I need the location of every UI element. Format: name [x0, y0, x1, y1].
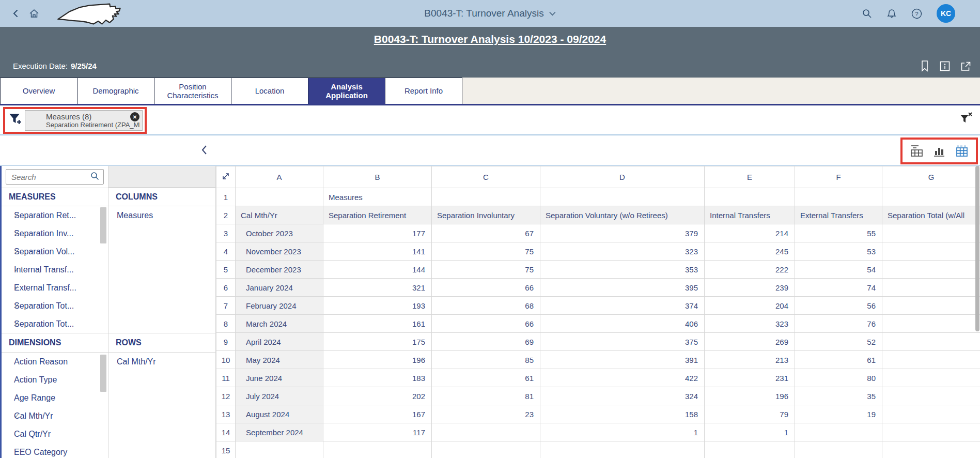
value-cell[interactable] — [882, 315, 980, 333]
add-filter-icon[interactable] — [8, 112, 22, 129]
value-cell[interactable]: 204 — [705, 297, 795, 315]
tab-overview[interactable]: Overview — [0, 78, 77, 104]
value-cell[interactable]: 196 — [705, 387, 795, 405]
value-cell[interactable] — [882, 387, 980, 405]
dimension-item[interactable]: ✓Cal Mth/Yr — [2, 407, 108, 425]
value-cell[interactable]: 395 — [540, 279, 705, 297]
collapse-builder-panel-button[interactable] — [200, 144, 208, 158]
row-number[interactable]: 7 — [216, 297, 236, 315]
measure-item[interactable]: ✓Separation Inv... — [2, 224, 108, 242]
value-cell[interactable]: 175 — [323, 333, 432, 351]
swap-axes-corner-icon[interactable] — [216, 166, 236, 188]
value-cell[interactable]: 167 — [323, 405, 432, 423]
value-cell[interactable] — [882, 351, 980, 369]
value-cell[interactable]: 222 — [705, 261, 795, 279]
filter-chip-close-icon[interactable]: ✕ — [130, 112, 139, 121]
column-header-f[interactable]: F — [795, 166, 882, 188]
value-cell[interactable] — [432, 441, 540, 458]
value-cell[interactable]: 67 — [432, 224, 540, 242]
value-cell[interactable]: 1 — [705, 423, 795, 441]
month-cell[interactable]: July 2024 — [236, 387, 323, 405]
tab-demographic[interactable]: Demographic — [77, 78, 154, 104]
value-cell[interactable]: 55 — [795, 224, 882, 242]
measure-item[interactable]: ✓Separation Vol... — [2, 242, 108, 261]
value-cell[interactable]: 183 — [323, 369, 432, 387]
value-cell[interactable]: 61 — [432, 369, 540, 387]
value-cell[interactable]: 53 — [795, 242, 882, 261]
row-number[interactable]: 10 — [216, 351, 236, 369]
row-number[interactable]: 1 — [216, 188, 236, 206]
value-cell[interactable] — [882, 369, 980, 387]
value-cell[interactable]: 54 — [795, 261, 882, 279]
notifications-icon[interactable] — [886, 8, 897, 19]
value-cell[interactable]: 75 — [432, 261, 540, 279]
month-cell[interactable]: February 2024 — [236, 297, 323, 315]
value-cell[interactable]: 213 — [705, 351, 795, 369]
row-number[interactable]: 6 — [216, 279, 236, 297]
row-number[interactable]: 13 — [216, 405, 236, 423]
value-cell[interactable]: 375 — [540, 333, 705, 351]
info-icon[interactable] — [939, 60, 951, 72]
month-cell[interactable]: May 2024 — [236, 351, 323, 369]
tab-report-info[interactable]: Report Info — [385, 78, 462, 104]
value-cell[interactable] — [882, 279, 980, 297]
value-cell[interactable]: 117 — [323, 423, 432, 441]
row-number[interactable]: 3 — [216, 224, 236, 242]
month-cell[interactable]: January 2024 — [236, 279, 323, 297]
value-cell[interactable]: 324 — [540, 387, 705, 405]
value-cell[interactable]: 35 — [795, 387, 882, 405]
month-cell[interactable]: December 2023 — [236, 261, 323, 279]
table-view-icon-active[interactable] — [954, 143, 970, 159]
rows-axis-item[interactable]: Cal Mth/Yr — [108, 353, 215, 371]
measure-item[interactable]: ✓Separation Tot... — [2, 315, 108, 333]
value-cell[interactable] — [432, 423, 540, 441]
value-cell[interactable] — [882, 242, 980, 261]
dimension-item[interactable]: EEO Category — [2, 443, 108, 458]
row-number[interactable]: 8 — [216, 315, 236, 333]
month-cell[interactable]: September 2024 — [236, 423, 323, 441]
tab-analysis-application[interactable]: Analysis Application — [308, 78, 385, 104]
home-button[interactable] — [29, 8, 39, 19]
value-cell[interactable]: 379 — [540, 224, 705, 242]
value-cell[interactable] — [882, 405, 980, 423]
value-cell[interactable] — [882, 297, 980, 315]
month-cell[interactable]: August 2024 — [236, 405, 323, 423]
search-magnifier-icon[interactable] — [90, 172, 103, 182]
value-cell[interactable]: 66 — [432, 279, 540, 297]
table-cell[interactable] — [882, 188, 980, 206]
value-cell[interactable]: 406 — [540, 315, 705, 333]
value-cell[interactable]: 239 — [705, 279, 795, 297]
bookmark-icon[interactable] — [920, 60, 930, 72]
row-number[interactable]: 9 — [216, 333, 236, 351]
value-cell[interactable] — [882, 423, 980, 441]
value-cell[interactable]: 141 — [323, 242, 432, 261]
row-dimension-header[interactable]: Cal Mth/Yr — [236, 206, 323, 224]
dimension-item[interactable]: Action Type — [2, 371, 108, 389]
value-cell[interactable] — [795, 423, 882, 441]
outline-table-view-icon[interactable] — [909, 143, 925, 159]
row-number[interactable]: 12 — [216, 387, 236, 405]
value-cell[interactable]: 161 — [323, 315, 432, 333]
value-cell[interactable]: 214 — [705, 224, 795, 242]
value-cell[interactable]: 391 — [540, 351, 705, 369]
table-cell[interactable] — [236, 188, 323, 206]
measure-item[interactable]: ✓Separation Tot... — [2, 297, 108, 315]
value-cell[interactable]: 81 — [432, 387, 540, 405]
value-cell[interactable]: 374 — [540, 297, 705, 315]
month-cell[interactable]: March 2024 — [236, 315, 323, 333]
measures-title-cell[interactable]: Measures — [323, 188, 432, 206]
value-cell[interactable]: 19 — [795, 405, 882, 423]
value-cell[interactable]: 158 — [540, 405, 705, 423]
value-cell[interactable]: 144 — [323, 261, 432, 279]
month-cell[interactable]: October 2023 — [236, 224, 323, 242]
value-cell[interactable]: 76 — [795, 315, 882, 333]
value-cell[interactable]: 177 — [323, 224, 432, 242]
value-cell[interactable]: 353 — [540, 261, 705, 279]
value-cell[interactable]: 245 — [705, 242, 795, 261]
search-input[interactable] — [6, 173, 90, 181]
column-header-b[interactable]: B — [323, 166, 432, 188]
dimensions-scrollbar[interactable] — [100, 355, 106, 392]
value-cell[interactable]: 61 — [795, 351, 882, 369]
value-cell[interactable]: 66 — [432, 315, 540, 333]
back-button[interactable] — [11, 9, 20, 18]
